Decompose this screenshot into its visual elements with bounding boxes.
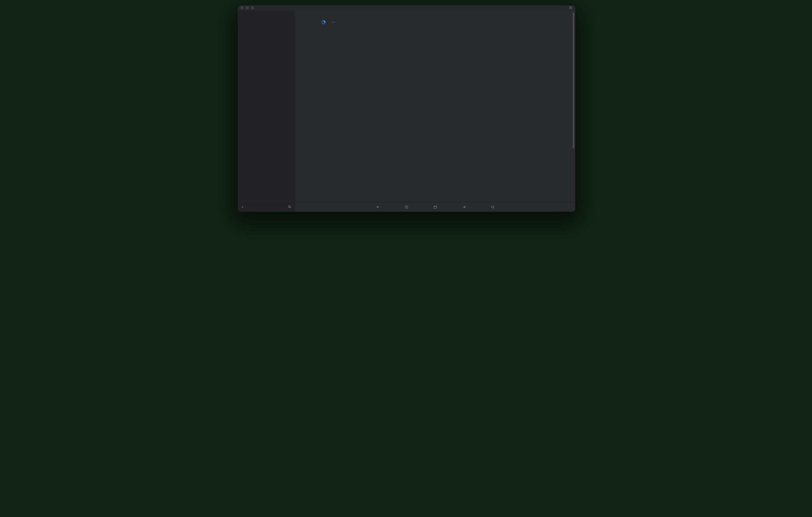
main-area — [295, 10, 575, 212]
settings-icon[interactable] — [288, 205, 292, 210]
svg-point-9 — [492, 206, 494, 208]
titlebar — [238, 5, 575, 10]
bottom-toolbar — [295, 202, 575, 212]
svg-point-6 — [334, 22, 335, 23]
new-heading-button[interactable] — [404, 204, 409, 210]
calendar-button[interactable] — [433, 204, 438, 210]
svg-rect-8 — [434, 206, 437, 208]
scrollbar[interactable] — [573, 12, 574, 200]
new-window-icon[interactable] — [569, 6, 573, 10]
svg-rect-0 — [570, 7, 572, 9]
traffic-minimize[interactable] — [245, 6, 249, 9]
project-menu-button[interactable] — [331, 20, 336, 24]
new-todo-button[interactable] — [375, 204, 380, 210]
traffic-close[interactable] — [240, 6, 243, 9]
app-window — [238, 5, 575, 212]
move-button[interactable] — [461, 204, 467, 210]
svg-point-5 — [333, 22, 334, 23]
svg-point-1 — [289, 206, 290, 207]
traffic-zoom[interactable] — [251, 6, 254, 9]
sidebar — [238, 10, 295, 212]
svg-point-4 — [332, 22, 332, 23]
new-list-button[interactable] — [241, 206, 246, 209]
project-progress-icon — [321, 20, 326, 25]
search-button[interactable] — [490, 204, 495, 210]
svg-point-2 — [290, 207, 291, 208]
